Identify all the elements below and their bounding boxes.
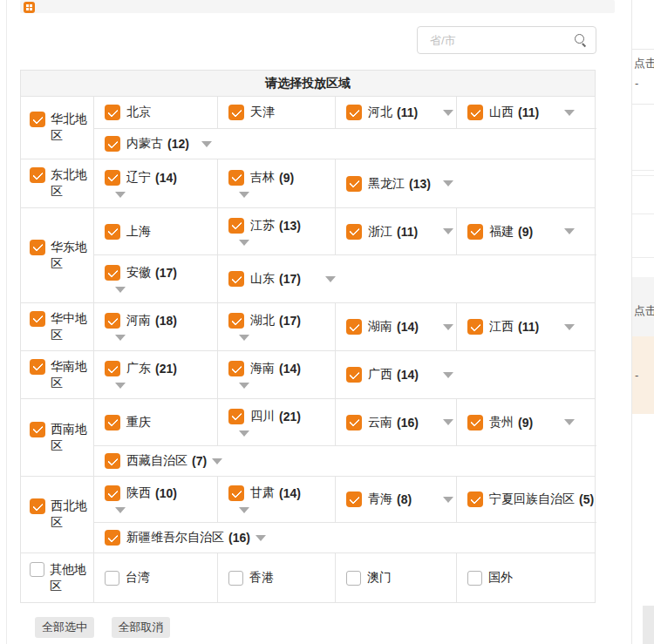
province-checkbox-checked[interactable] (228, 271, 244, 287)
province-checkbox-checked[interactable] (346, 415, 362, 430)
expand-arrow-icon[interactable] (115, 287, 126, 293)
table-title: 请选择投放区域 (21, 71, 595, 97)
province-label: 浙江 (368, 224, 392, 240)
province-checkbox-checked[interactable] (105, 453, 120, 469)
expand-arrow-icon[interactable] (115, 335, 126, 341)
expand-arrow-icon[interactable] (212, 458, 222, 464)
province-label: 广西 (368, 367, 392, 383)
expand-arrow-icon[interactable] (325, 276, 336, 282)
province-checkbox-checked[interactable] (228, 170, 244, 186)
province-checkbox-checked[interactable] (467, 105, 483, 120)
province-checkbox-unchecked[interactable] (467, 571, 482, 586)
region-checkbox-checked[interactable] (30, 359, 45, 375)
province-count: (14) (155, 171, 177, 185)
province-checkbox-checked[interactable] (346, 367, 362, 383)
province-label: 山东 (250, 271, 275, 287)
expand-arrow-icon[interactable] (201, 141, 212, 147)
province-label: 广东 (126, 361, 151, 376)
province-checkbox-checked[interactable] (105, 485, 120, 501)
region-checkbox-checked[interactable] (30, 112, 45, 127)
province-checkbox-checked[interactable] (467, 415, 483, 430)
expand-arrow-icon[interactable] (564, 228, 575, 234)
cancel-all-button[interactable]: 全部取消 (112, 617, 170, 638)
province-label: 重庆 (126, 415, 151, 430)
region-checkbox-checked[interactable] (30, 498, 45, 514)
province-checkbox-checked[interactable] (346, 491, 362, 507)
province-label: 宁夏回族自治区 (489, 491, 575, 507)
province-checkbox-checked[interactable] (228, 313, 244, 329)
select-all-button[interactable]: 全部选中 (35, 617, 94, 638)
region-row: 西北地区陕西(10)甘肃(14)青海(8)宁夏回族自治区(5)新疆维吾尔自治区(… (21, 477, 595, 553)
province-checkbox-checked[interactable] (346, 224, 362, 240)
expand-arrow-icon[interactable] (443, 180, 453, 186)
province-checkbox-checked[interactable] (467, 319, 483, 335)
province-checkbox-checked[interactable] (105, 313, 120, 329)
province-label: 四川 (250, 409, 275, 424)
province-checkbox-checked[interactable] (105, 136, 120, 152)
region-checkbox-unchecked[interactable] (30, 562, 44, 577)
province-checkbox-checked[interactable] (105, 265, 120, 281)
province-checkbox-checked[interactable] (105, 105, 120, 120)
province-cell: 四川(21) (218, 399, 336, 445)
region-checkbox-checked[interactable] (30, 311, 45, 327)
province-checkbox-unchecked[interactable] (346, 571, 361, 586)
province-checkbox-checked[interactable] (467, 224, 483, 240)
expand-arrow-icon[interactable] (239, 240, 249, 246)
province-checkbox-checked[interactable] (228, 409, 244, 424)
province-checkbox-checked[interactable] (105, 170, 120, 186)
expand-arrow-icon[interactable] (443, 228, 453, 234)
expand-arrow-icon[interactable] (443, 372, 453, 378)
region-checkbox-checked[interactable] (30, 422, 45, 437)
province-checkbox-checked[interactable] (228, 105, 244, 120)
expand-arrow-icon[interactable] (564, 110, 575, 116)
expand-arrow-icon[interactable] (443, 324, 453, 330)
region-checkbox-checked[interactable] (30, 167, 45, 183)
province-checkbox-checked[interactable] (105, 415, 120, 430)
province-checkbox-unchecked[interactable] (105, 571, 119, 586)
province-cell: 广东(21) (94, 351, 218, 398)
side-panel-value: - (632, 71, 654, 90)
search-icon[interactable] (575, 34, 584, 44)
province-cell: 湖南(14) (336, 303, 457, 350)
expand-arrow-icon[interactable] (564, 419, 575, 425)
province-checkbox-checked[interactable] (105, 224, 120, 240)
expand-arrow-icon[interactable] (239, 192, 249, 198)
province-label: 西藏自治区 (126, 453, 187, 469)
side-panel-label: 点击 (632, 50, 654, 71)
drag-grid-icon[interactable] (24, 2, 35, 13)
expand-arrow-icon[interactable] (115, 507, 126, 513)
expand-arrow-icon[interactable] (239, 383, 249, 389)
expand-arrow-icon[interactable] (115, 192, 126, 198)
province-checkbox-checked[interactable] (346, 176, 362, 192)
expand-arrow-icon[interactable] (239, 507, 249, 513)
expand-arrow-icon[interactable] (443, 110, 453, 116)
expand-arrow-icon[interactable] (564, 324, 575, 330)
province-label: 甘肃 (250, 485, 275, 501)
province-label: 青海 (368, 491, 392, 507)
scrollbar-corner[interactable] (643, 606, 654, 644)
expand-arrow-icon[interactable] (443, 497, 453, 503)
province-count: (10) (155, 486, 177, 500)
region-checkbox-checked[interactable] (30, 240, 45, 255)
search-input[interactable] (417, 26, 596, 54)
province-checkbox-checked[interactable] (346, 319, 362, 335)
expand-arrow-icon[interactable] (239, 335, 249, 341)
province-count: (9) (279, 171, 294, 185)
province-cell: 陕西(10) (94, 477, 218, 522)
province-checkbox-checked[interactable] (346, 105, 362, 120)
province-checkbox-checked[interactable] (467, 491, 483, 507)
expand-arrow-icon[interactable] (115, 383, 126, 389)
province-checkbox-unchecked[interactable] (228, 571, 243, 586)
province-checkbox-checked[interactable] (228, 361, 244, 376)
province-count: (21) (155, 362, 177, 376)
province-label: 福建 (489, 224, 514, 240)
expand-arrow-icon[interactable] (255, 535, 266, 541)
province-label: 湖南 (368, 319, 392, 335)
province-count: (13) (279, 219, 301, 233)
province-checkbox-checked[interactable] (105, 530, 120, 546)
province-checkbox-checked[interactable] (105, 361, 120, 376)
expand-arrow-icon[interactable] (443, 419, 453, 425)
province-checkbox-checked[interactable] (228, 218, 244, 234)
expand-arrow-icon[interactable] (239, 430, 249, 437)
province-checkbox-checked[interactable] (228, 485, 244, 501)
